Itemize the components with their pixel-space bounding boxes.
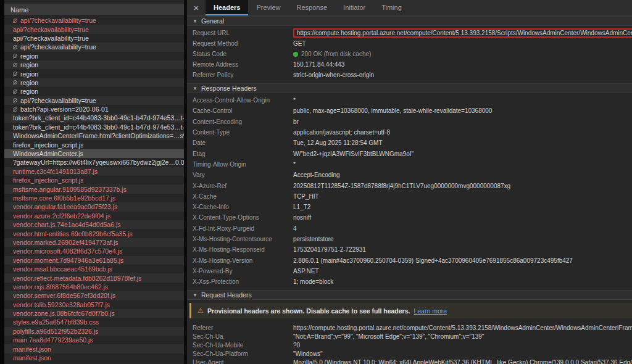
header-row: Etag W/"bed2-+jqzIA3WFISvIF3btBLWNGma9oI…	[187, 148, 632, 159]
request-headers-section-header[interactable]: ▼ Request Headers	[187, 290, 632, 300]
header-name: Request Method	[193, 40, 293, 47]
network-request-row[interactable]: batch?api-version=2020-06-01	[4, 105, 184, 114]
network-request-row[interactable]: vendor.marked.26902ef4194773af.js	[4, 238, 184, 247]
header-value: nosniff	[293, 214, 632, 221]
network-request-row[interactable]: runtime.c3c4fc1491013a87.js	[4, 167, 184, 176]
request-details-panel: × Headers Preview Response Initiator Tim…	[187, 0, 632, 364]
network-request-row[interactable]: polyfills.a96d512f952b2326.js	[4, 327, 184, 336]
header-value: "Not;A=Brand";v="99", "Microsoft Edge";v…	[293, 333, 632, 340]
network-request-row[interactable]: token?brk_client_id=c44b4083-3bb0-49c1-b…	[4, 123, 184, 131]
header-name: X-Azure-Ref	[193, 183, 293, 189]
network-request-row[interactable]: msftsme.angular.9109585d9237337b.js	[4, 184, 184, 193]
network-request-row[interactable]: vendor.reflect-metadata.fdb8262d18978fef…	[4, 273, 184, 282]
request-name-label: vendor.reflect-metadata.fdb8262d18978fef…	[13, 275, 141, 282]
header-row: X-Ms-Hosting-Contentsource persistentsto…	[187, 234, 632, 244]
header-value: GET	[293, 40, 632, 47]
header-name: User-Agent	[193, 359, 293, 364]
header-name: Referer	[193, 325, 293, 331]
header-value: application/javascript; charset=utf-8	[293, 129, 632, 136]
network-request-row[interactable]: msftsme.core.6f0b5b1e92b5cd17.js	[4, 194, 184, 202]
network-request-row[interactable]: vendor.azure.2cf2f6eb22de9f04.js	[4, 212, 184, 220]
header-name: X-Powered-By	[193, 268, 293, 275]
request-name-label: vendor.azure.2cf2f6eb22de9f04.js	[13, 212, 110, 220]
network-request-row[interactable]: region	[4, 87, 184, 96]
header-name: Sec-Ch-Ua-Mobile	[193, 342, 293, 349]
header-name: Status Code	[193, 51, 293, 57]
network-request-row[interactable]: vendor.angular.fa1eea9ac0d75f23.js	[4, 202, 184, 211]
network-request-row[interactable]: main.7ea8d4779239ae50.js	[4, 336, 184, 344]
network-request-row[interactable]: styles.e9a25a6547bf839b.css	[4, 318, 184, 326]
provisional-headers-banner: ⚠ Provisional headers are shown. Disable…	[189, 303, 632, 318]
network-request-row[interactable]: vendor.tslib.59230e328ab057f7.js	[4, 300, 184, 309]
request-headers-section-title: Request Headers	[201, 291, 252, 299]
header-name: Content-Encoding	[193, 118, 293, 125]
network-request-row[interactable]: api/?checkavailability=true	[4, 16, 184, 25]
header-value: 200 OK (from disk cache)	[293, 51, 632, 57]
network-request-row[interactable]: vendor.msal.bbccaeac45169bcb.js	[4, 265, 184, 273]
request-name-label: vendor.tslib.59230e328ab057f7.js	[13, 301, 110, 308]
network-request-row[interactable]: region	[4, 60, 184, 69]
request-name-label: polyfills.a96d512f952b2326.js	[13, 328, 98, 335]
network-request-row[interactable]: vendor.semver.6f8de567ef3dd20f.js	[4, 291, 184, 300]
network-request-row[interactable]: vendor.moment.7d947946a3e61b85.js	[4, 256, 184, 265]
collapse-triangle-icon: ▼	[193, 86, 198, 91]
warning-icon: ⚠	[198, 307, 204, 315]
network-request-row[interactable]: firefox_injection_script.js	[4, 176, 184, 184]
network-request-row[interactable]: firefox_injection_script.js	[4, 140, 184, 149]
network-request-row[interactable]: api/?checkavailability=true	[4, 43, 184, 51]
details-tab[interactable]: Timing	[373, 0, 410, 15]
details-tab[interactable]: Headers	[206, 0, 248, 15]
network-request-row[interactable]: vendor.html-entities.69c0b829b6cf5a35.js	[4, 229, 184, 238]
network-request-row[interactable]: manifest.json	[4, 354, 184, 362]
network-request-row[interactable]: token?brk_client_id=c44b4083-3bb0-49c1-b…	[4, 114, 184, 122]
blocked-request-icon	[13, 89, 17, 94]
network-request-row[interactable]: vendor.microsoft.4082ff6d37c570e4.js	[4, 247, 184, 255]
header-name: X-Ms-Hosting-Responseid	[193, 246, 293, 253]
network-request-row[interactable]: region	[4, 78, 184, 87]
header-value: Accept-Encoding	[293, 172, 632, 178]
header-name: X-Ms-Hosting-Version	[193, 257, 293, 264]
network-request-row[interactable]: vendor.rxjs.8f687564b80ec462.js	[4, 283, 184, 291]
network-request-row[interactable]: api/?checkavailability=true	[4, 96, 184, 105]
header-value: 1753204179751-2-722931	[293, 246, 632, 253]
header-value: L1_T2	[293, 204, 632, 210]
network-request-row[interactable]: WindowsAdminCenterIFrame.html?clientOpti…	[4, 131, 184, 140]
response-headers-section-header[interactable]: ▼ Response Headers	[187, 83, 632, 93]
header-value: 20250812T112854Z-1587d8788f8rj4j9hC1TLV7…	[293, 183, 632, 189]
header-row: Request Method GET	[187, 38, 632, 49]
network-request-row[interactable]: region	[4, 69, 184, 78]
network-request-row[interactable]: api/?checkavailability=true	[4, 34, 184, 43]
network-request-row[interactable]: region	[4, 52, 184, 60]
network-request-row[interactable]: manifest.json	[4, 344, 184, 353]
collapse-triangle-icon: ▼	[193, 19, 198, 24]
request-name-label: vendor.microsoft.4082ff6d37c570e4.js	[13, 247, 122, 255]
blocked-request-icon	[13, 80, 17, 85]
close-icon[interactable]: ×	[187, 0, 206, 15]
request-name-label: vendor.semver.6f8de567ef3dd20f.js	[13, 292, 115, 299]
blocked-request-icon	[13, 63, 17, 67]
header-name: Sec-Ch-Ua-Platform	[193, 350, 293, 357]
general-section-header[interactable]: ▼ General	[187, 16, 632, 26]
header-name: Etag	[193, 151, 293, 157]
blocked-request-icon	[13, 54, 17, 58]
network-request-row[interactable]: api/?checkavailability=true	[4, 25, 184, 33]
blocked-request-icon	[13, 45, 17, 49]
header-row: Content-Type application/javascript; cha…	[187, 127, 632, 138]
window-left-edge	[0, 0, 4, 364]
network-request-row[interactable]: ?gatewayUrl=https://w6t4lix7yqeuswxi667b…	[4, 158, 184, 167]
network-request-row[interactable]: vendor.zone.js.08b6fcfc67d0f7b0.js	[4, 309, 184, 318]
details-tab[interactable]: Initiator	[335, 0, 373, 15]
details-tab[interactable]: Preview	[248, 0, 288, 15]
network-request-row[interactable]: WindowsAdminCenter.js	[4, 149, 184, 158]
network-request-row[interactable]: vendor.chart.js.74e1ac4d54d0d5a6.js	[4, 220, 184, 229]
learn-more-link[interactable]: Learn more	[414, 307, 447, 315]
request-header-rows: Referer https://compute.hosting.portal.a…	[187, 321, 632, 364]
header-name: Referrer Policy	[193, 72, 293, 78]
request-name-label: token?brk_client_id=c44b4083-3bb0-49c1-b…	[13, 123, 184, 131]
details-tab[interactable]: Response	[289, 0, 336, 15]
header-name: X-Cache	[193, 193, 293, 200]
name-column-header[interactable]: Name	[4, 4, 184, 16]
header-name: Request URL	[193, 30, 293, 36]
header-value: ?0	[293, 342, 632, 349]
response-header-rows: Access-Control-Allow-Origin * Cache-Cont…	[187, 93, 632, 290]
